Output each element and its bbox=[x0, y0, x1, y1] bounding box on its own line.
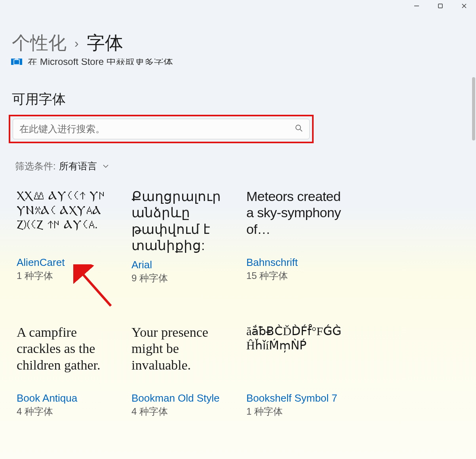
search-highlight-box bbox=[9, 115, 314, 143]
font-count: 15 种字体 bbox=[246, 269, 361, 282]
font-count: 4 种字体 bbox=[17, 405, 131, 418]
font-count: 9 种字体 bbox=[131, 272, 246, 285]
breadcrumb-separator: › bbox=[74, 36, 79, 51]
font-name: Book Antiqua bbox=[17, 392, 131, 404]
store-link[interactable]: 在 Microsoft Store 中获取更多字体 bbox=[11, 59, 173, 65]
search-icon bbox=[295, 124, 303, 134]
font-preview: Your presence might be invaluable. bbox=[131, 324, 234, 387]
font-preview: A campfire crackles as the children gath… bbox=[17, 324, 120, 387]
scrollbar[interactable] bbox=[472, 77, 475, 140]
font-card-arial[interactable]: Քաղցրալուր անձրևը թափվում է տանիքից: Ari… bbox=[131, 188, 246, 285]
svg-rect-4 bbox=[14, 60, 19, 64]
font-name: Bookshelf Symbol 7 bbox=[246, 392, 361, 404]
filter-dropdown[interactable]: 筛选条件: 所有语言 bbox=[15, 160, 109, 173]
font-count: 1 种字体 bbox=[246, 405, 361, 418]
svg-point-5 bbox=[296, 125, 301, 130]
filter-label: 筛选条件: bbox=[15, 160, 56, 173]
maximize-button[interactable] bbox=[428, 0, 452, 12]
font-card-bookshelf[interactable]: ăắƀɃC̀ĎD̀F́f̊°FǴG̀ ĤȟǐíḾm̦ǸṔ Bookshelf S… bbox=[246, 324, 361, 418]
font-grid: ⲬⲬ𐊷 ⲀⲨ𐊢𐊢𐋇 Ⲩ𐊪 ⲨⲚ𐋄Ⲁ𐊢 ⲀⲬⲨ𐊠Ⲁ Ⲍ𐋂𐊢Ⲍ 𐋇𐊪 ⲀⲨ𐊢𐊠. A… bbox=[17, 188, 361, 418]
chevron-down-icon bbox=[103, 163, 109, 169]
store-icon bbox=[11, 59, 22, 65]
font-preview: ⲬⲬ𐊷 ⲀⲨ𐊢𐊢𐋇 Ⲩ𐊪 ⲨⲚ𐋄Ⲁ𐊢 ⲀⲬⲨ𐊠Ⲁ Ⲍ𐋂𐊢Ⲍ 𐋇𐊪 ⲀⲨ𐊢𐊠. bbox=[17, 188, 120, 252]
breadcrumb-current: 字体 bbox=[87, 31, 123, 55]
font-preview: ăắƀɃC̀ĎD̀F́f̊°FǴG̀ ĤȟǐíḾm̦ǸṔ bbox=[246, 324, 349, 387]
font-preview: Meteors created a sky-symphony of… bbox=[246, 188, 349, 252]
filter-value: 所有语言 bbox=[59, 160, 97, 173]
font-card-bookman[interactable]: Your presence might be invaluable. Bookm… bbox=[131, 324, 246, 418]
close-button[interactable] bbox=[452, 0, 476, 12]
font-preview: Քաղցրալուր անձրևը թափվում է տանիքից: bbox=[131, 188, 234, 254]
font-count: 4 种字体 bbox=[131, 405, 246, 418]
font-card-bookantiqua[interactable]: A campfire crackles as the children gath… bbox=[17, 324, 131, 418]
font-name: Bahnschrift bbox=[246, 256, 361, 269]
font-name: Arial bbox=[131, 259, 246, 271]
font-name: AlienCaret bbox=[17, 256, 131, 269]
breadcrumb: 个性化 › 字体 bbox=[12, 31, 123, 55]
font-card-aliencaret[interactable]: ⲬⲬ𐊷 ⲀⲨ𐊢𐊢𐋇 Ⲩ𐊪 ⲨⲚ𐋄Ⲁ𐊢 ⲀⲬⲨ𐊠Ⲁ Ⲍ𐋂𐊢Ⲍ 𐋇𐊪 ⲀⲨ𐊢𐊠. A… bbox=[17, 188, 131, 285]
minimize-button[interactable] bbox=[405, 0, 428, 12]
search-box[interactable] bbox=[13, 119, 310, 139]
search-input[interactable] bbox=[19, 123, 295, 135]
font-count: 1 种字体 bbox=[17, 269, 131, 282]
font-name: Bookman Old Style bbox=[131, 392, 246, 404]
section-title: 可用字体 bbox=[12, 90, 66, 108]
svg-line-6 bbox=[300, 129, 302, 131]
svg-rect-1 bbox=[438, 4, 442, 8]
store-link-text: 在 Microsoft Store 中获取更多字体 bbox=[28, 59, 173, 65]
font-card-bahnschrift[interactable]: Meteors created a sky-symphony of… Bahns… bbox=[246, 188, 361, 285]
breadcrumb-parent[interactable]: 个性化 bbox=[12, 31, 67, 55]
